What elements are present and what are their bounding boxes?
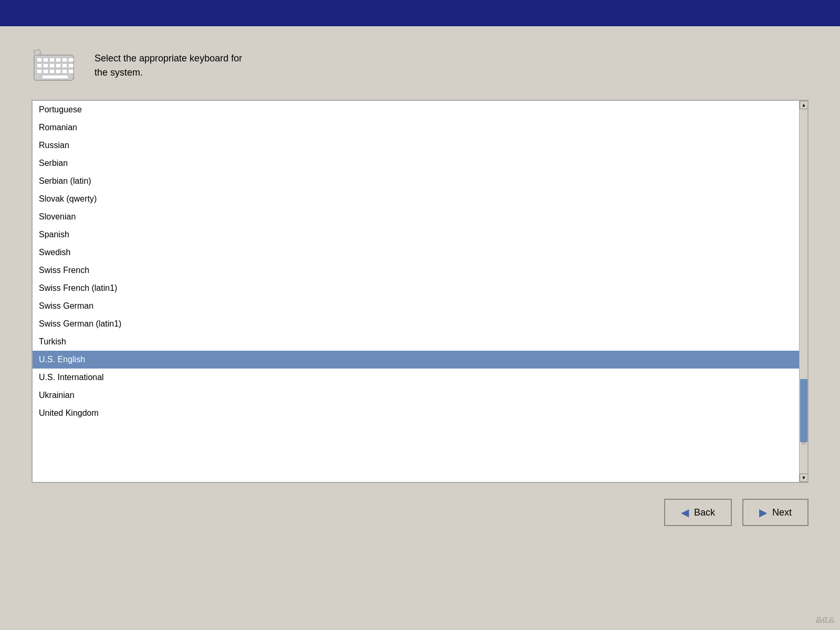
back-button[interactable]: ◀ Back: [664, 499, 732, 526]
button-section: ◀ Back ▶ Next: [32, 483, 808, 537]
next-button[interactable]: ▶ Next: [742, 499, 808, 526]
list-item[interactable]: Romanian: [33, 119, 799, 136]
header-instruction: Select the appropriate keyboard for the …: [94, 51, 242, 80]
scrollbar-track[interactable]: [800, 109, 807, 474]
scrollbar-up-button[interactable]: ▲: [800, 101, 808, 109]
svg-rect-4: [56, 58, 61, 62]
list-item[interactable]: Swiss French (latin1): [33, 279, 799, 297]
main-container: Select the appropriate keyboard for the …: [0, 26, 840, 630]
svg-rect-8: [43, 64, 48, 68]
list-item[interactable]: U.S. English: [33, 351, 799, 369]
svg-rect-17: [62, 69, 67, 74]
thumb-line-2: [802, 442, 806, 443]
list-item[interactable]: Swiss German: [33, 297, 799, 315]
svg-rect-15: [49, 69, 55, 74]
list-item[interactable]: Spanish: [33, 226, 799, 244]
svg-rect-7: [37, 64, 42, 68]
list-item[interactable]: Swedish: [33, 244, 799, 261]
keyboard-icon: [32, 47, 79, 84]
svg-rect-19: [42, 75, 68, 79]
scrollbar-down-button[interactable]: ▼: [800, 474, 808, 482]
svg-rect-18: [68, 69, 74, 74]
back-label: Back: [694, 507, 715, 518]
list-item[interactable]: United Kingdom: [33, 404, 799, 422]
keyboard-list-container: PortugueseRomanianRussianSerbianSerbian …: [32, 100, 808, 483]
next-label: Next: [772, 507, 792, 518]
list-item[interactable]: Swiss German (latin1): [33, 315, 799, 333]
svg-rect-11: [62, 64, 67, 68]
list-item[interactable]: Russian: [33, 136, 799, 154]
list-item[interactable]: Turkish: [33, 333, 799, 351]
scrollbar-thumb-lines: [800, 439, 807, 445]
svg-rect-5: [62, 58, 67, 62]
top-bar: [0, 0, 840, 26]
list-item[interactable]: Slovak (qwerty): [33, 190, 799, 208]
watermark: 品亿云: [816, 616, 835, 625]
list-item[interactable]: Ukrainian: [33, 386, 799, 404]
svg-rect-2: [43, 58, 48, 62]
list-item[interactable]: Slovenian: [33, 208, 799, 226]
list-item[interactable]: Serbian: [33, 154, 799, 172]
list-item[interactable]: U.S. International: [33, 369, 799, 386]
scrollbar-thumb[interactable]: [800, 379, 807, 442]
list-item[interactable]: Portuguese: [33, 101, 799, 119]
svg-rect-3: [49, 58, 55, 62]
list-item[interactable]: Swiss French: [33, 261, 799, 279]
svg-rect-1: [37, 58, 42, 62]
svg-rect-14: [43, 69, 48, 74]
keyboard-list[interactable]: PortugueseRomanianRussianSerbianSerbian …: [33, 101, 799, 482]
svg-rect-16: [56, 69, 61, 74]
scrollbar[interactable]: ▲ ▼: [799, 101, 807, 482]
thumb-line-3: [802, 444, 806, 444]
svg-rect-10: [56, 64, 61, 68]
svg-rect-13: [37, 69, 42, 74]
svg-rect-6: [68, 58, 74, 62]
back-icon: ◀: [681, 506, 689, 519]
header-section: Select the appropriate keyboard for the …: [32, 47, 808, 84]
svg-rect-9: [49, 64, 55, 68]
svg-rect-12: [68, 64, 74, 68]
list-item[interactable]: Serbian (latin): [33, 172, 799, 190]
next-icon: ▶: [759, 506, 767, 519]
thumb-line-1: [802, 440, 806, 441]
